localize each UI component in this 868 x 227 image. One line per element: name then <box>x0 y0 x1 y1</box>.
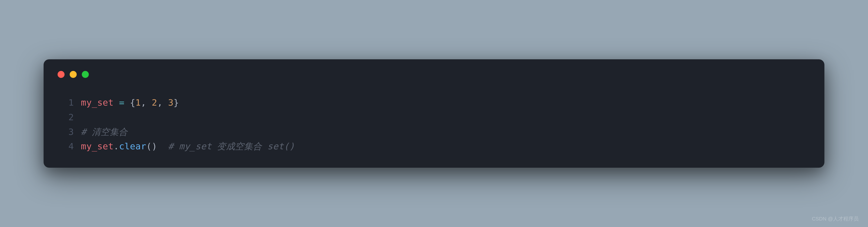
line-number: 2 <box>58 110 74 125</box>
code-line: 4my_set.clear() # my_set 变成空集合 set() <box>58 139 810 154</box>
code-window: 1my_set = {1, 2, 3}23# 清空集合4my_set.clear… <box>43 59 825 168</box>
code-token: = <box>119 98 124 108</box>
line-number: 1 <box>58 96 74 110</box>
code-token: my_set <box>81 141 114 151</box>
code-token: () <box>146 141 157 151</box>
code-token: my_set <box>81 98 114 108</box>
code-token: 3 <box>168 98 174 108</box>
minimize-icon[interactable] <box>70 71 77 78</box>
watermark: CSDN @人才程序员 <box>812 215 859 222</box>
line-content: my_set.clear() # my_set 变成空集合 set() <box>81 139 294 154</box>
line-number: 3 <box>58 125 74 139</box>
line-number: 4 <box>58 139 74 154</box>
code-token: { <box>130 98 135 108</box>
code-token: 2 <box>152 98 157 108</box>
code-line: 1my_set = {1, 2, 3} <box>58 96 810 110</box>
line-content: my_set = {1, 2, 3} <box>81 96 179 110</box>
close-icon[interactable] <box>58 71 65 78</box>
code-token <box>124 98 130 108</box>
code-token: , <box>141 98 152 108</box>
line-content: # 清空集合 <box>81 125 128 139</box>
code-token: , <box>157 98 168 108</box>
maximize-icon[interactable] <box>82 71 89 78</box>
code-token: 1 <box>135 98 141 108</box>
code-token: } <box>174 98 179 108</box>
code-line: 3# 清空集合 <box>58 125 810 139</box>
code-token <box>114 98 119 108</box>
code-line: 2 <box>58 110 810 125</box>
code-area[interactable]: 1my_set = {1, 2, 3}23# 清空集合4my_set.clear… <box>58 96 810 154</box>
code-token: # 清空集合 <box>81 127 128 137</box>
code-token <box>157 141 168 151</box>
window-controls <box>58 71 810 78</box>
code-token: # my_set 变成空集合 set() <box>168 141 294 151</box>
code-token: . <box>114 141 119 151</box>
code-token: clear <box>119 141 146 151</box>
